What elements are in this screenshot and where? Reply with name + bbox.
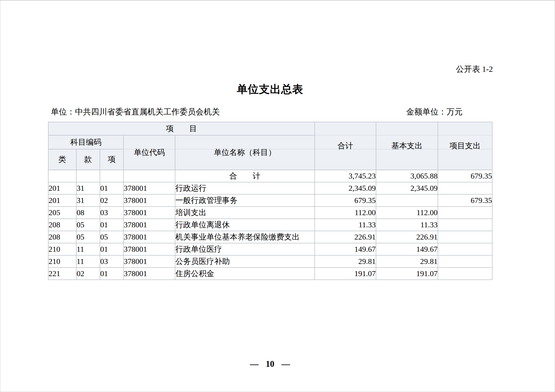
cell-item-code: 01 xyxy=(100,182,123,194)
cell-basic-expenditure: 2,345.09 xyxy=(376,182,438,194)
cell-unit-name: 行政运行 xyxy=(175,182,315,194)
header-class: 类 xyxy=(48,149,76,170)
cell-basic-expenditure: 191.07 xyxy=(376,268,438,280)
table-row: 205 08 03 378001 培训支出 112.00 112.00 xyxy=(48,207,492,219)
cell-unit-name: 住房公积金 xyxy=(175,268,315,280)
cell-item-code: 03 xyxy=(100,207,123,219)
cell-class-code: 201 xyxy=(48,194,76,207)
table-row: 221 02 01 378001 住房公积金 191.07 191.07 xyxy=(48,268,492,280)
cell-project-expenditure: 679.35 xyxy=(438,170,492,182)
cell-project-expenditure xyxy=(438,255,492,268)
cell-section-code: 05 xyxy=(76,219,100,231)
cell-total: 191.07 xyxy=(315,268,376,280)
cell-project-expenditure xyxy=(438,182,492,194)
cell-item-code: 01 xyxy=(100,219,123,231)
cell-total: 112.00 xyxy=(315,207,376,219)
cell-project-expenditure: 679.35 xyxy=(438,194,492,207)
cell-unit-code: 378001 xyxy=(123,255,175,268)
cell-unit-code: 378001 xyxy=(123,231,175,243)
cell-section-code: 02 xyxy=(76,268,100,280)
header-row-project: 项 目 合计 基本支出 项目支出 xyxy=(48,122,492,135)
cell-project-expenditure xyxy=(438,219,492,231)
doc-label: 公开表 1-2 xyxy=(48,64,493,75)
page-title: 单位支出总表 xyxy=(48,82,492,97)
header-project-expenditure: 项目支出 xyxy=(438,122,492,170)
cell-project-expenditure xyxy=(438,268,492,280)
cell-class-code: 205 xyxy=(48,207,76,219)
cell-item-code: 01 xyxy=(100,268,123,280)
cell-total: 11.33 xyxy=(315,219,376,231)
cell-unit-name: 一般行政管理事务 xyxy=(175,194,315,207)
cell-item-code: 02 xyxy=(100,194,123,207)
cell-class-code: 201 xyxy=(48,182,76,194)
header-item: 项 xyxy=(100,149,123,170)
cell-class-code: 210 xyxy=(48,255,76,268)
cell-total: 3,745.23 xyxy=(315,170,376,182)
table-row: 210 11 01 378001 行政单位医疗 149.67 149.67 xyxy=(48,243,492,255)
header-unit-name: 单位名称（科目） xyxy=(175,135,315,170)
header-project-group: 项 目 xyxy=(48,122,315,135)
cell-item-code: 03 xyxy=(100,255,123,268)
cell-basic-expenditure: 149.67 xyxy=(376,243,438,255)
cell-total: 2,345.09 xyxy=(315,182,376,194)
cell-item-code: 01 xyxy=(100,243,123,255)
cell-unit-code: 378001 xyxy=(123,243,175,255)
cell-project-expenditure xyxy=(438,243,492,255)
cell-unit-code: 378001 xyxy=(123,219,175,231)
cell-class-code: 208 xyxy=(48,219,76,231)
cell-total: 29.81 xyxy=(315,255,376,268)
unit-label: 单位：中共四川省委省直属机关工作委员会机关 xyxy=(51,106,220,118)
table-body: 合 计 3,745.23 3,065.88 679.35 201 31 01 3… xyxy=(48,170,492,280)
cell-section-code: 31 xyxy=(76,194,100,207)
cell-section-code: 11 xyxy=(76,255,100,268)
cell-unit-name: 行政单位离退休 xyxy=(175,219,315,231)
cell-item-code: 05 xyxy=(100,231,123,243)
cell-unit-code: 378001 xyxy=(123,182,175,194)
page-number: — 10 — xyxy=(48,359,492,369)
cell-section-code: 11 xyxy=(76,243,100,255)
cell-unit-name: 合 计 xyxy=(175,170,315,182)
cell-item-code xyxy=(100,170,123,182)
cell-section-code: 08 xyxy=(76,207,100,219)
cell-unit-name: 机关事业单位基本养老保险缴费支出 xyxy=(175,231,315,243)
cell-section-code xyxy=(76,170,100,182)
table-row: 210 11 03 378001 公务员医疗补助 29.81 29.81 xyxy=(48,255,492,268)
meta-row: 单位：中共四川省委省直属机关工作委员会机关 金额单位：万元 xyxy=(48,106,492,116)
expenditure-summary-table: 项 目 合计 基本支出 项目支出 科目编码 单位代码 单位名称（科目） 类 款 … xyxy=(48,122,493,280)
cell-unit-code xyxy=(123,170,175,182)
table-row: 201 31 02 378001 一般行政管理事务 679.35 679.35 xyxy=(48,194,492,207)
cell-class-code: 208 xyxy=(48,231,76,243)
cell-section-code: 05 xyxy=(76,231,100,243)
table-row: 208 05 01 378001 行政单位离退休 11.33 11.33 xyxy=(48,219,492,231)
cell-unit-code: 378001 xyxy=(123,207,175,219)
cell-total: 149.67 xyxy=(315,243,376,255)
document-page: 公开表 1-2 单位支出总表 单位：中共四川省委省直属机关工作委员会机关 金额单… xyxy=(0,0,555,392)
cell-total: 226.91 xyxy=(315,231,376,243)
cell-unit-name: 培训支出 xyxy=(175,207,315,219)
cell-project-expenditure xyxy=(438,231,492,243)
cell-unit-name: 公务员医疗补助 xyxy=(175,255,315,268)
cell-class-code: 221 xyxy=(48,268,76,280)
cell-unit-code: 378001 xyxy=(123,194,175,207)
cell-basic-expenditure: 11.33 xyxy=(376,219,438,231)
cell-unit-name: 行政单位医疗 xyxy=(175,243,315,255)
cell-total: 679.35 xyxy=(315,194,376,207)
header-total: 合计 xyxy=(315,122,376,170)
header-basic-expenditure: 基本支出 xyxy=(376,122,438,170)
header-section: 款 xyxy=(76,149,100,170)
cell-section-code: 31 xyxy=(76,182,100,194)
cell-basic-expenditure xyxy=(376,194,438,207)
amount-unit-label: 金额单位：万元 xyxy=(406,106,463,118)
cell-class-code xyxy=(48,170,76,182)
table-row-total: 合 计 3,745.23 3,065.88 679.35 xyxy=(48,170,492,182)
cell-basic-expenditure: 112.00 xyxy=(376,207,438,219)
cell-basic-expenditure: 3,065.88 xyxy=(376,170,438,182)
cell-project-expenditure xyxy=(438,207,492,219)
header-subject-code-group: 科目编码 xyxy=(48,135,123,149)
table-row: 208 05 05 378001 机关事业单位基本养老保险缴费支出 226.91… xyxy=(48,231,492,243)
header-unit-code: 单位代码 xyxy=(123,135,175,170)
cell-unit-code: 378001 xyxy=(123,268,175,280)
cell-basic-expenditure: 29.81 xyxy=(376,255,438,268)
table-row: 201 31 01 378001 行政运行 2,345.09 2,345.09 xyxy=(48,182,492,194)
table-header: 项 目 合计 基本支出 项目支出 科目编码 单位代码 单位名称（科目） 类 款 … xyxy=(48,122,492,170)
